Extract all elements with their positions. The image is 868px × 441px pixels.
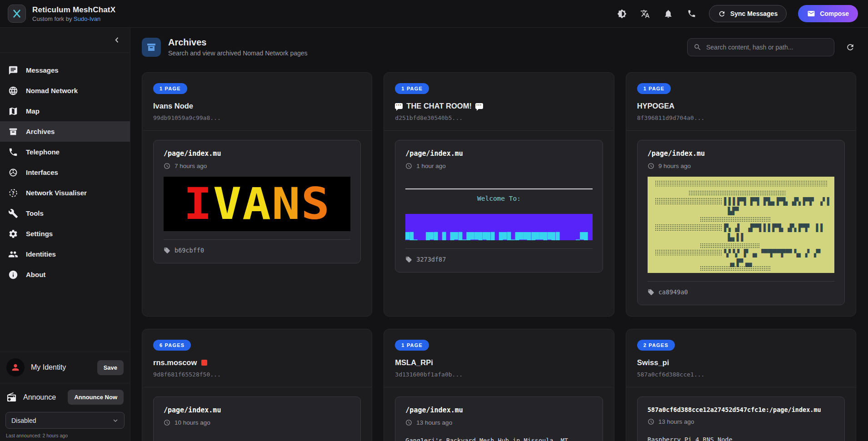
archive-card[interactable]: 1 PAGE Ivans Node 99db91059a9c99a8... /p…: [142, 72, 372, 317]
sidebar-item-telephone[interactable]: Telephone: [0, 142, 130, 162]
dither-row: [655, 224, 722, 231]
page-path: /page/index.mu: [648, 149, 834, 158]
sidebar-item-settings[interactable]: Settings: [0, 223, 130, 244]
gear-icon: [8, 229, 18, 239]
archives-grid: 1 PAGE Ivans Node 99db91059a9c99a8... /p…: [130, 65, 868, 441]
person-icon: [10, 362, 20, 372]
card-title: rns.moscow: [153, 358, 361, 367]
sidebar-item-label: Identities: [26, 250, 56, 258]
page-tag: ca8949a0: [658, 288, 688, 296]
page-path: /page/index.mu: [405, 406, 592, 414]
notifications-button[interactable]: [663, 8, 674, 20]
page-count-badge: 6 PAGES: [153, 340, 191, 351]
sidebar-item-tools[interactable]: Tools: [0, 203, 130, 223]
card-hash: 8f396811d9d704a0...: [637, 114, 845, 121]
archive-card[interactable]: 6 PAGES rns.moscow 9d8f681f65528f50... /…: [142, 329, 372, 441]
page-time-label: 13 hours ago: [658, 418, 694, 425]
compose-button[interactable]: Compose: [798, 5, 858, 22]
page-preview-panel[interactable]: /page/index.mu 1 hour ago Welcome To: ▛▜…: [395, 140, 603, 273]
sidebar-collapse-button[interactable]: [113, 36, 121, 44]
compose-label: Compose: [820, 10, 849, 17]
envelope-icon: [807, 10, 815, 18]
card-header: 1 PAGE MSLA_RPi 3d131600bf1afa0b...: [384, 329, 614, 387]
avatar[interactable]: [6, 358, 25, 377]
sidebar-item-interfaces[interactable]: Interfaces: [0, 162, 130, 183]
tag-icon: [164, 247, 170, 254]
preview-divider: [405, 188, 592, 189]
card-title: HYPOGEA: [637, 102, 845, 110]
wrench-icon: [8, 208, 18, 218]
phone-icon: [687, 9, 696, 18]
page-preview-panel[interactable]: /page/index.mu 13 hours ago Gang1eri's B…: [395, 396, 603, 441]
card-title-text: rns.moscow: [153, 358, 197, 367]
last-announced-text: Last announced: 2 hours ago: [5, 433, 125, 438]
card-body: /page/index.mu 10 hours ago Language: EN…: [142, 387, 372, 441]
page-time-label: 1 hour ago: [416, 163, 446, 169]
sidebar-item-about[interactable]: About: [0, 264, 130, 285]
page-count-badge: 1 PAGE: [395, 340, 429, 351]
hypogea-pixel-art: ▌▌▌▛▜ ▛▜ ▛▙▖▛▜▖▗▛▖▛▜▘ ▞▐ ▙▛▘ ▛▖▗▌ ▗▛▀▌▌▌…: [648, 177, 834, 273]
app-logo[interactable]: [8, 5, 26, 23]
archive-icon: [8, 127, 18, 137]
tag-icon: [405, 256, 412, 263]
speech-balloon-icon: [395, 103, 403, 109]
sync-messages-button[interactable]: Sync Messages: [709, 5, 787, 22]
dither-row: [700, 266, 771, 271]
page-time: 1 hour ago: [405, 163, 592, 169]
announce-row: Announce Announce Now: [5, 388, 125, 406]
sidebar-item-identities[interactable]: Identities: [0, 244, 130, 264]
people-icon: [8, 249, 18, 259]
sidebar-item-label: Network Visualiser: [26, 189, 87, 197]
dither-row: [700, 217, 771, 222]
dither-row: [655, 249, 722, 256]
page-preview-panel[interactable]: /page/index.mu 10 hours ago Language: EN…: [153, 396, 361, 441]
clock-icon: [648, 418, 654, 425]
archive-card[interactable]: 2 PAGES Swiss_pi 587a0cf6d388cce1... 587…: [626, 329, 856, 441]
card-title: Swiss_pi: [637, 358, 845, 367]
announce-mode-select[interactable]: Disabled: [5, 412, 125, 429]
page-preview-panel[interactable]: 587a0cf6d388cce12a27452d547cfc1e:/page/i…: [637, 396, 845, 441]
author-link[interactable]: Sudo-Ivan: [74, 15, 100, 22]
archive-card[interactable]: 1 PAGE THE CHAT ROOM! d251bfd8e30540b5..…: [384, 72, 614, 317]
info-icon: [8, 270, 18, 280]
card-body: /page/index.mu 7 hours ago I V A N: [142, 131, 372, 316]
pixel-text: ▚▘▚▘▐▘▗▖▝▀▜▀▀▛▀▘▚▖▗▘▗▀: [724, 250, 820, 257]
page-time: 13 hours ago: [405, 419, 592, 426]
app-subtitle: Custom fork by Sudo-Ivan: [32, 15, 115, 22]
card-title: MSLA_RPi: [395, 358, 603, 367]
sidebar-top: [0, 28, 130, 53]
chevron-left-icon: [113, 36, 121, 44]
ascii-letter: A: [242, 182, 272, 226]
search-input[interactable]: [706, 44, 828, 51]
archive-card[interactable]: 1 PAGE MSLA_RPi 3d131600bf1afa0b... /pag…: [384, 329, 614, 441]
sidebar-item-archives[interactable]: Archives: [0, 121, 130, 142]
card-body: /page/index.mu 1 hour ago Welcome To: ▛▜…: [384, 131, 614, 316]
page-preview-panel[interactable]: /page/index.mu 7 hours ago I V A N: [153, 140, 361, 263]
ascii-letter: I: [184, 182, 213, 226]
save-button[interactable]: Save: [97, 360, 124, 375]
refresh-archives-button[interactable]: [844, 41, 856, 53]
language-button[interactable]: [639, 8, 651, 20]
telephone-button[interactable]: [686, 8, 698, 20]
sidebar-item-network-visualiser[interactable]: ? Network Visualiser: [0, 183, 130, 203]
pixel-text: ▛▜▌▛▙ ▛▌▌▛▙▛▜▜▌▛▙▛▜▛▜▜▌ ▗▜ ▜▖▀: [405, 232, 592, 240]
pixel-text: ▌▌▌▛▜ ▛▜ ▛▙▖▛▜▖▗▛▖▛▜▘ ▞▐: [724, 198, 829, 205]
refresh-icon: [718, 10, 726, 18]
sidebar-item-label: Settings: [26, 230, 53, 238]
archive-card[interactable]: 1 PAGE HYPOGEA 8f396811d9d704a0... /page…: [626, 72, 856, 317]
card-title: THE CHAT ROOM!: [395, 102, 603, 110]
sidebar-item-nomad-network[interactable]: Nomad Network: [0, 80, 130, 101]
page-preview-panel[interactable]: /page/index.mu 9 hours ago ▌▌▌▛▜ ▛▜ ▛▙▖▛…: [637, 140, 845, 305]
ascii-letter: V: [213, 182, 243, 226]
page-path: 587a0cf6d388cce12a27452d547cfc1e:/page/i…: [648, 406, 834, 413]
sidebar-item-messages[interactable]: Messages: [0, 60, 130, 80]
page-content-text: Gang1eri's Backyard Mesh Hub in Missoula…: [405, 437, 592, 441]
page-count-badge: 1 PAGE: [153, 83, 187, 94]
card-hash: 3d131600bf1afa0b...: [395, 371, 603, 378]
sidebar-item-map[interactable]: Map: [0, 101, 130, 121]
clock-icon: [405, 163, 412, 169]
theme-toggle-button[interactable]: [616, 8, 628, 20]
announce-now-button[interactable]: Announce Now: [68, 390, 124, 405]
page-tag: 3273df87: [416, 256, 446, 263]
pixel-text: ▙▖▌▌: [728, 234, 746, 241]
